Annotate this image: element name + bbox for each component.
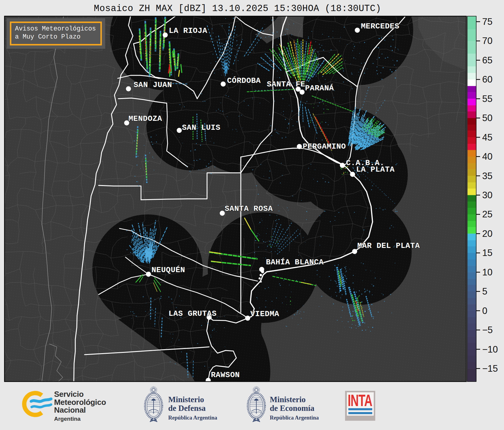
svg-text:−10: −10 bbox=[482, 344, 498, 355]
svg-text:20: 20 bbox=[482, 228, 492, 239]
svg-text:−5: −5 bbox=[482, 325, 493, 335]
svg-text:45: 45 bbox=[482, 132, 492, 143]
svg-text:MAR DEL PLATA: MAR DEL PLATA bbox=[357, 241, 420, 250]
svg-text:15: 15 bbox=[482, 248, 492, 258]
svg-text:LA PLATA: LA PLATA bbox=[356, 165, 395, 174]
svg-text:CÓRDOBA: CÓRDOBA bbox=[227, 76, 261, 85]
svg-text:RAWSON: RAWSON bbox=[211, 370, 240, 379]
svg-text:70: 70 bbox=[482, 36, 492, 46]
svg-text:40: 40 bbox=[482, 151, 492, 162]
svg-text:SANTA ROSA: SANTA ROSA bbox=[225, 204, 273, 213]
svg-text:−15: −15 bbox=[482, 363, 498, 374]
svg-text:MERCEDES: MERCEDES bbox=[361, 22, 399, 31]
svg-text:5: 5 bbox=[482, 286, 487, 297]
svg-text:50: 50 bbox=[482, 113, 492, 123]
svg-text:10: 10 bbox=[482, 267, 492, 277]
svg-text:35: 35 bbox=[482, 171, 492, 181]
svg-text:0: 0 bbox=[482, 306, 487, 316]
svg-text:MENDOZA: MENDOZA bbox=[128, 114, 162, 123]
svg-text:60: 60 bbox=[482, 74, 492, 85]
svg-text:PARANÁ: PARANÁ bbox=[305, 84, 334, 93]
svg-text:SAN JUAN: SAN JUAN bbox=[134, 80, 172, 89]
svg-text:LAS GRUTAS: LAS GRUTAS bbox=[168, 309, 217, 318]
svg-text:SANTA FE: SANTA FE bbox=[267, 80, 305, 89]
svg-text:BAHÍA BLANCA: BAHÍA BLANCA bbox=[266, 258, 324, 267]
svg-text:VIEDMA: VIEDMA bbox=[250, 309, 279, 318]
svg-text:65: 65 bbox=[482, 55, 492, 65]
svg-text:LA RIOJA: LA RIOJA bbox=[169, 26, 207, 35]
svg-text:NEUQUÉN: NEUQUÉN bbox=[151, 266, 185, 275]
svg-text:PERGAMINO: PERGAMINO bbox=[303, 142, 346, 151]
svg-text:30: 30 bbox=[482, 190, 492, 200]
svg-text:25: 25 bbox=[482, 209, 492, 219]
svg-text:55: 55 bbox=[482, 94, 492, 104]
svg-text:SAN LUIS: SAN LUIS bbox=[182, 123, 220, 132]
svg-text:75: 75 bbox=[482, 16, 492, 27]
